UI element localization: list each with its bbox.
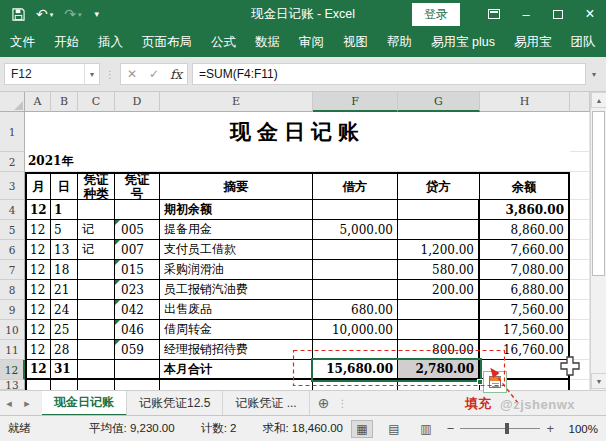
cell-voucher-no[interactable]: 046 <box>115 320 160 340</box>
column-header-C[interactable]: C <box>78 92 115 112</box>
cell-month[interactable]: 12 <box>25 300 51 320</box>
cancel-icon[interactable]: ✕ <box>121 67 143 81</box>
cell-voucher-no[interactable]: 015 <box>115 260 160 280</box>
empty-cell[interactable] <box>160 380 313 390</box>
cell-debit[interactable] <box>313 200 398 220</box>
cell-voucher-type[interactable]: 记 <box>78 220 115 240</box>
cell-day[interactable]: 13 <box>51 240 78 260</box>
row-number[interactable]: 1 <box>0 112 25 152</box>
cell-summary[interactable]: 采购润滑油 <box>160 260 313 280</box>
scroll-up-icon[interactable]: ▲ <box>591 92 606 108</box>
empty-cell[interactable] <box>570 300 590 320</box>
vertical-scroll-thumb[interactable] <box>592 111 605 276</box>
cell-balance[interactable]: 7,560.00 <box>480 300 570 320</box>
insert-function-icon[interactable]: fx <box>165 67 187 82</box>
zoom-slider[interactable] <box>460 428 540 429</box>
cell-summary[interactable]: 借周转金 <box>160 320 313 340</box>
cell-credit[interactable]: 200.00 <box>398 280 480 300</box>
cell-summary[interactable]: 员工报销汽油费 <box>160 280 313 300</box>
cell-month[interactable]: 12 <box>25 280 51 300</box>
column-header-H[interactable]: H <box>480 92 570 112</box>
vertical-scrollbar[interactable]: ▲ ▼ <box>590 92 606 390</box>
name-box[interactable]: F12 ▾ <box>4 63 100 85</box>
expand-formula-bar-icon[interactable]: ▾ <box>586 70 602 79</box>
cell-day[interactable]: 25 <box>51 320 78 340</box>
header-balance[interactable]: 余额 <box>480 172 570 200</box>
new-sheet-icon[interactable]: ⊕ <box>318 395 330 411</box>
cell-day[interactable]: 1 <box>51 200 78 220</box>
ribbon-tab-10[interactable]: 易用宝 <box>514 28 552 57</box>
ribbon-display-options-icon[interactable] <box>478 0 510 28</box>
select-all-button[interactable] <box>0 92 25 112</box>
cell-voucher-no[interactable]: 042 <box>115 300 160 320</box>
empty-cell[interactable] <box>25 380 51 390</box>
cell-voucher-type[interactable] <box>78 260 115 280</box>
zoom-in-icon[interactable]: + <box>546 421 554 436</box>
scroll-down-icon[interactable]: ▼ <box>591 373 606 389</box>
cell-debit[interactable] <box>313 280 398 300</box>
cell-day[interactable]: 5 <box>51 220 78 240</box>
header-voucher-type[interactable]: 凭证种类 <box>78 172 115 200</box>
column-header-E[interactable]: E <box>160 92 313 112</box>
cell-summary[interactable]: 本月合计 <box>160 360 313 380</box>
cell-voucher-type[interactable] <box>78 320 115 340</box>
empty-cell[interactable] <box>51 380 78 390</box>
cell-balance[interactable]: 7,660.00 <box>480 240 570 260</box>
empty-cell[interactable] <box>398 380 480 390</box>
cell-month[interactable]: 12 <box>25 360 51 380</box>
cell-month[interactable]: 12 <box>25 320 51 340</box>
row-number[interactable]: 7 <box>0 260 25 280</box>
ribbon-tab-9[interactable]: 易用宝 plus <box>431 28 495 57</box>
cell-summary[interactable]: 期初余额 <box>160 200 313 220</box>
normal-view-icon[interactable]: ▦ <box>351 420 373 438</box>
cell-balance[interactable]: 3,860.00 <box>480 200 570 220</box>
empty-cell[interactable] <box>570 112 590 152</box>
undo-button[interactable]: ↶▾ <box>32 2 57 26</box>
sheet-tab-1[interactable]: 记账凭证12.5 <box>127 391 223 416</box>
ribbon-tab-3[interactable]: 页面布局 <box>142 28 192 57</box>
ribbon-tab-2[interactable]: 插入 <box>98 28 123 57</box>
minimize-button[interactable]: – <box>510 0 542 28</box>
ribbon-tab-11[interactable]: 团队 <box>570 28 595 57</box>
fill-options-button[interactable] <box>483 371 507 393</box>
empty-cell[interactable] <box>570 200 590 220</box>
page-break-view-icon[interactable]: ▥ <box>415 420 437 438</box>
login-button[interactable]: 登录 <box>412 3 460 26</box>
cell-voucher-no[interactable]: 023 <box>115 280 160 300</box>
cell-balance[interactable]: 7,080.00 <box>480 260 570 280</box>
maximize-button[interactable] <box>542 0 574 28</box>
ribbon-tab-8[interactable]: 帮助 <box>387 28 412 57</box>
cell-voucher-type[interactable] <box>78 300 115 320</box>
cell-balance[interactable]: 6,880.00 <box>480 280 570 300</box>
ribbon-tab-1[interactable]: 开始 <box>54 28 79 57</box>
column-header-A[interactable]: A <box>25 92 51 112</box>
empty-cell[interactable] <box>115 380 160 390</box>
cell-day[interactable]: 28 <box>51 340 78 360</box>
cell-voucher-type[interactable] <box>78 360 115 380</box>
page-layout-view-icon[interactable]: ▤ <box>383 420 405 438</box>
ribbon-tab-7[interactable]: 视图 <box>343 28 368 57</box>
cell-voucher-no[interactable] <box>115 360 160 380</box>
row-number[interactable]: 8 <box>0 280 25 300</box>
cell-debit[interactable]: 10,000.00 <box>313 320 398 340</box>
tab-nav-left-icon[interactable]: ◂ <box>0 397 18 410</box>
cell-debit[interactable]: 5,000.00 <box>313 220 398 240</box>
cell-credit[interactable]: 580.00 <box>398 260 480 280</box>
cell-debit[interactable] <box>313 260 398 280</box>
header-month[interactable]: 月 <box>25 172 51 200</box>
cell-day[interactable]: 31 <box>51 360 78 380</box>
sheet-tab-0[interactable]: 现金日记账 <box>42 391 127 416</box>
cell-balance[interactable]: 8,860.00 <box>480 220 570 240</box>
zoom-out-icon[interactable]: − <box>447 421 455 436</box>
cell-voucher-no[interactable]: 007 <box>115 240 160 260</box>
cell-credit[interactable] <box>398 300 480 320</box>
empty-cell[interactable] <box>570 280 590 300</box>
cell-debit[interactable] <box>313 340 398 360</box>
empty-cell[interactable] <box>570 380 590 390</box>
row-number[interactable]: 3 <box>0 172 25 200</box>
cell-voucher-no[interactable] <box>115 200 160 220</box>
empty-cell[interactable] <box>570 320 590 340</box>
empty-cell[interactable] <box>570 360 590 380</box>
cell-summary[interactable]: 出售废品 <box>160 300 313 320</box>
empty-cell[interactable] <box>570 340 590 360</box>
